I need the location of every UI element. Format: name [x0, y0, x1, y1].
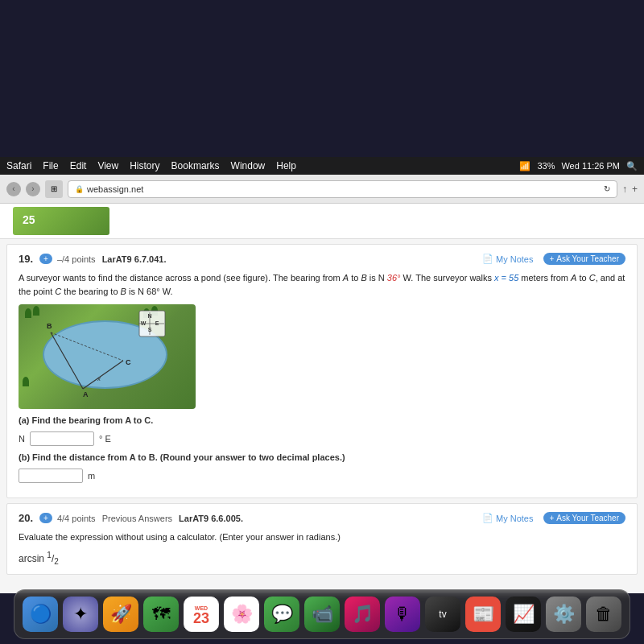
question-19-text: A surveyor wants to find the distance ac…	[19, 271, 625, 298]
question-20-id: LarAT9 6.6.005.	[179, 514, 243, 523]
part-a-row: (a) Find the bearing from A to C.	[19, 415, 625, 425]
lock-icon: 🔒	[75, 185, 84, 193]
dock-tv[interactable]: tv	[425, 597, 460, 632]
refresh-icon[interactable]: ↻	[604, 184, 610, 193]
question-19-header: 19. + –/4 points LarAT9 6.7.041. 📄 My No…	[19, 253, 625, 265]
points-badge-19: +	[39, 254, 52, 264]
menu-history[interactable]: History	[130, 160, 159, 171]
dock-news[interactable]: 📰	[465, 597, 501, 632]
dock-finder[interactable]: 🔵	[23, 597, 58, 632]
part-a-suffix: ° E	[99, 434, 111, 444]
wifi-icon: 📶	[519, 161, 530, 171]
dock-maps[interactable]: 🗺	[143, 597, 179, 632]
pond-figure: B C A x N S W E	[19, 304, 196, 409]
new-tab-icon[interactable]: +	[632, 184, 638, 195]
dock-calendar[interactable]: WED 23	[184, 597, 219, 632]
plus-icon-20: +	[550, 514, 555, 522]
svg-line-0	[51, 332, 83, 389]
ask-teacher-19[interactable]: + Ask Your Teacher	[543, 253, 626, 265]
svg-text:A: A	[83, 390, 89, 398]
dock-messages[interactable]: 💬	[264, 597, 299, 632]
dock-stocks[interactable]: 📈	[506, 597, 541, 632]
svg-line-2	[51, 332, 123, 361]
dock-music[interactable]: 🎵	[345, 597, 380, 632]
part-b-input[interactable]	[19, 469, 83, 483]
answer-section-19: (a) Find the bearing from A to C. N ° E …	[19, 415, 625, 483]
forward-button[interactable]: ›	[26, 182, 40, 196]
question-19-id: LarAT9 6.7.041.	[102, 254, 167, 264]
figure-container: B C A x N S W E	[19, 304, 625, 409]
question-19-number: 19.	[19, 253, 33, 265]
browser-toolbar: ‹ › ⊞ 🔒 webassign.net ↻ ↑ +	[0, 175, 644, 204]
points-badge-20: +	[39, 513, 52, 523]
svg-text:W: W	[141, 320, 147, 326]
notes-icon: 📄	[482, 254, 493, 264]
svg-text:C: C	[126, 358, 131, 366]
clock: Wed 11:26 PM	[561, 161, 620, 171]
question-19-actions: 📄 My Notes + Ask Your Teacher	[482, 253, 625, 265]
menu-edit[interactable]: Edit	[70, 160, 87, 171]
expression-label: arcsin 1/2	[19, 551, 625, 566]
previous-question-stub	[0, 204, 644, 239]
tab-button[interactable]: ⊞	[45, 180, 63, 198]
dock-trash[interactable]: 🗑	[586, 597, 621, 632]
question-19-block: 19. + –/4 points LarAT9 6.7.041. 📄 My No…	[6, 244, 638, 498]
part-a-label: (a) Find the bearing from A to C.	[19, 415, 153, 425]
battery-indicator: 33%	[537, 161, 555, 171]
part-b-label: (b) Find the distance from A to B. (Roun…	[19, 452, 345, 462]
question-20-block: 20. + 4/4 points Previous Answers LarAT9…	[6, 503, 638, 575]
points-text-19: –/4 points	[57, 254, 96, 264]
dock-facetime[interactable]: 📹	[304, 597, 340, 632]
svg-text:E: E	[155, 320, 159, 326]
part-a-input[interactable]	[30, 431, 94, 446]
part-b-suffix: m	[88, 471, 95, 481]
calendar-date-label: 23	[193, 611, 209, 625]
dock-launchpad[interactable]: 🚀	[103, 597, 138, 632]
question-20-actions: 📄 My Notes + Ask Your Teacher	[482, 512, 625, 524]
question-20-number: 20.	[19, 512, 33, 524]
menu-safari[interactable]: Safari	[6, 160, 31, 171]
browser-right-icons: ↑ +	[622, 184, 638, 195]
search-icon[interactable]: 🔍	[626, 161, 638, 171]
part-b-input-row: m	[19, 469, 625, 483]
dock-podcasts[interactable]: 🎙	[385, 597, 420, 632]
dock-settings[interactable]: ⚙️	[546, 597, 581, 632]
dock-photos[interactable]: 🌸	[224, 597, 259, 632]
ask-teacher-20[interactable]: + Ask Your Teacher	[543, 512, 626, 524]
menu-window[interactable]: Window	[231, 160, 266, 171]
plus-icon: +	[550, 254, 555, 263]
menu-file[interactable]: File	[43, 160, 58, 171]
notes-icon-20: 📄	[482, 513, 493, 523]
question-20-header: 20. + 4/4 points Previous Answers LarAT9…	[19, 512, 625, 524]
menubar-right: 📶 33% Wed 11:26 PM 🔍	[519, 161, 638, 171]
part-a-prefix: N	[19, 434, 25, 444]
share-icon[interactable]: ↑	[622, 184, 627, 195]
question-20-text: Evaluate the expression without using a …	[19, 530, 625, 544]
svg-line-1	[83, 361, 123, 389]
part-a-input-row: N ° E	[19, 431, 625, 446]
pond-diagram: B C A x N S W E	[19, 304, 196, 409]
browser-window: ‹ › ⊞ 🔒 webassign.net ↻ ↑ + 19. + –/4 po…	[0, 175, 644, 593]
address-bar[interactable]: 🔒 webassign.net ↻	[68, 180, 617, 198]
stub-image	[13, 207, 109, 235]
dock: 🔵 ✦ 🚀 🗺 WED 23 🌸 💬 📹 🎵 🎙 tv 📰 📈 ⚙️ 🗑	[14, 589, 630, 639]
points-text-20: 4/4 points	[57, 514, 96, 523]
menubar: Safari File Edit View History Bookmarks …	[0, 157, 644, 175]
url-text: webassign.net	[87, 184, 143, 194]
menu-bookmarks[interactable]: Bookmarks	[171, 160, 220, 171]
menu-view[interactable]: View	[97, 160, 118, 171]
my-notes-19[interactable]: 📄 My Notes	[482, 254, 533, 264]
previous-answers-20: Previous Answers	[102, 514, 172, 523]
menu-help[interactable]: Help	[276, 160, 296, 171]
back-button[interactable]: ‹	[6, 182, 21, 196]
dock-siri[interactable]: ✦	[63, 597, 98, 632]
page-content: 19. + –/4 points LarAT9 6.7.041. 📄 My No…	[0, 204, 644, 593]
part-b-label-row: (b) Find the distance from A to B. (Roun…	[19, 452, 625, 462]
my-notes-20[interactable]: 📄 My Notes	[482, 513, 533, 523]
svg-text:B: B	[47, 322, 52, 330]
